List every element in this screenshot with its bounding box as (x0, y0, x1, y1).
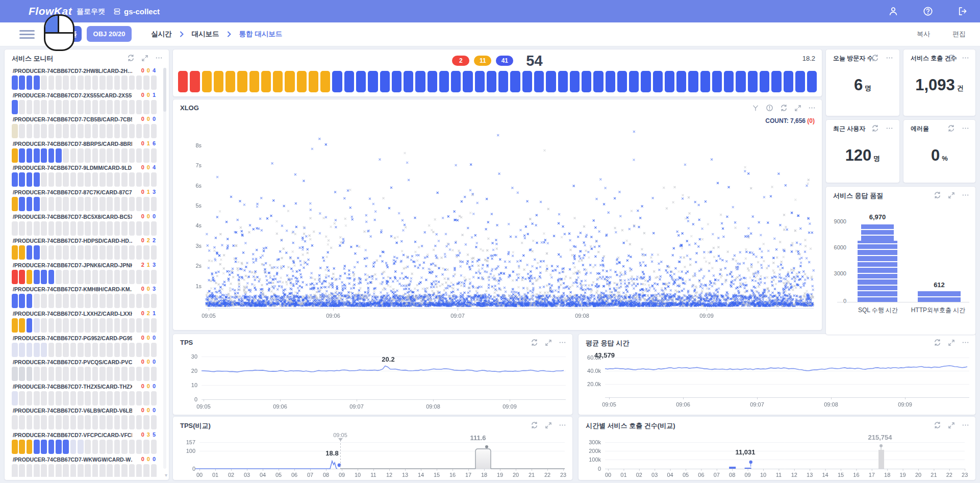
hourly-calls-chart[interactable] (583, 430, 971, 478)
status-block[interactable] (356, 71, 366, 92)
status-block[interactable] (332, 71, 342, 92)
more-icon[interactable] (559, 421, 566, 429)
status-block[interactable] (771, 71, 781, 92)
status-block[interactable] (498, 71, 508, 92)
status-block[interactable] (475, 71, 485, 92)
refresh-icon[interactable] (531, 421, 538, 429)
status-block[interactable] (510, 71, 520, 92)
status-block[interactable] (463, 71, 472, 92)
avg-response-line-chart[interactable] (583, 349, 971, 412)
user-icon[interactable] (888, 6, 898, 16)
status-block[interactable] (688, 71, 698, 92)
status-badge[interactable]: 2 (452, 56, 469, 66)
breadcrumb-current[interactable]: 통합 대시보드 (239, 30, 283, 39)
more-icon[interactable] (886, 124, 893, 132)
scroll-down-icon[interactable]: ▾ (165, 472, 167, 478)
status-block[interactable] (380, 71, 390, 92)
service-item[interactable]: /PRODUCER-74CBB67CD7-2XS55/CARD-2XS55001 (10, 91, 161, 116)
refresh-icon[interactable] (127, 54, 135, 62)
refresh-icon[interactable] (934, 191, 941, 199)
status-block[interactable] (736, 71, 745, 92)
status-block[interactable] (285, 71, 294, 92)
expand-icon[interactable] (948, 192, 955, 199)
tps-compare-chart[interactable] (177, 430, 568, 478)
status-block[interactable] (653, 71, 663, 92)
expand-icon[interactable] (545, 422, 552, 429)
breadcrumb-dashboard[interactable]: 대시보드 (192, 30, 219, 39)
filter-icon[interactable] (752, 105, 759, 112)
more-icon[interactable] (962, 339, 969, 346)
refresh-icon[interactable] (871, 124, 879, 132)
status-block[interactable] (190, 71, 199, 92)
status-block[interactable] (712, 71, 722, 92)
status-block[interactable] (522, 71, 532, 92)
status-badge[interactable]: 41 (496, 56, 513, 66)
status-block[interactable] (606, 71, 615, 92)
expand-icon[interactable] (948, 422, 955, 429)
expand-icon[interactable] (545, 339, 552, 346)
refresh-icon[interactable] (934, 339, 941, 346)
project-selector[interactable]: gs-collect (113, 0, 160, 22)
status-block[interactable] (428, 71, 437, 92)
status-block[interactable] (451, 71, 461, 92)
more-icon[interactable] (155, 54, 163, 62)
status-block[interactable] (368, 71, 378, 92)
scrollbar[interactable] (163, 68, 166, 469)
status-block[interactable] (676, 71, 686, 92)
status-block[interactable] (249, 71, 259, 92)
status-block[interactable] (617, 71, 627, 92)
status-block[interactable] (724, 71, 734, 92)
service-item[interactable]: /PRODUCER-74CBB67CD7-JPNK6/CARD-JPNK6213 (10, 261, 161, 286)
service-item[interactable]: /PRODUCER-74CBB67CD7-V6LB9/CARD-V6LB9000 (10, 406, 161, 431)
service-item[interactable]: /PRODUCER-74CBB67CD7-KMH8H/CARD-KM…003 (10, 285, 161, 310)
status-block[interactable] (807, 71, 817, 92)
status-block[interactable] (309, 71, 318, 92)
more-icon[interactable] (962, 421, 969, 429)
service-item[interactable]: /PRODUCER-74CBB67CD7-VFCPC/CARD-VFCPC035 (10, 431, 161, 455)
xlog-scatter-chart[interactable] (178, 127, 817, 326)
status-block[interactable] (784, 71, 793, 92)
service-item[interactable]: /PRODUCER-74CBB67CD7-9LDMM/CARD-9LD…004 (10, 164, 161, 188)
expand-icon[interactable] (948, 339, 955, 346)
status-block[interactable] (439, 71, 449, 92)
status-block[interactable] (795, 71, 805, 92)
status-block[interactable] (297, 71, 307, 92)
refresh-icon[interactable] (947, 124, 955, 132)
service-item[interactable]: /PRODUCER-74CBB67CD7-THZX5/CARD-THZX5000 (10, 383, 161, 407)
service-item[interactable]: /PRODUCER-74CBB67CD7-LXXHZ/CARD-LXXHZ021 (10, 310, 161, 334)
edit-button[interactable]: 편집 (952, 30, 966, 39)
logout-icon[interactable] (958, 6, 968, 16)
status-block[interactable] (700, 71, 710, 92)
service-item[interactable]: /PRODUCER-74CBB67CD7-7CB5B/CARD-7CB5B000 (10, 115, 161, 140)
refresh-icon[interactable] (871, 54, 879, 62)
expand-icon[interactable] (141, 55, 148, 62)
status-block[interactable] (546, 71, 556, 92)
refresh-icon[interactable] (934, 421, 941, 429)
status-block[interactable] (392, 71, 401, 92)
more-icon[interactable] (886, 54, 893, 62)
status-block[interactable] (629, 71, 639, 92)
service-item[interactable]: /PRODUCER-74CBB67CD7-BC5X8/CARD-BC5X8000 (10, 213, 161, 237)
status-block[interactable] (534, 71, 544, 92)
status-block[interactable] (404, 71, 413, 92)
status-block[interactable] (415, 71, 425, 92)
help-icon[interactable] (923, 6, 933, 16)
refresh-icon[interactable] (780, 104, 788, 112)
status-block[interactable] (225, 71, 235, 92)
service-item[interactable]: /PRODUCER-74CBB67CD7-PVCQS/CARD-PVC…000 (10, 358, 161, 383)
service-item[interactable]: /PRODUCER-74CBB67CD7-WKWGW/CARD-W…000 (10, 455, 161, 477)
status-block[interactable] (202, 71, 212, 92)
service-item[interactable]: /PRODUCER-74CBB67CD7-87C7K/CARD-87C7K013 (10, 188, 161, 213)
sql-bar-top[interactable] (861, 223, 894, 241)
menu-toggle-button[interactable] (19, 30, 35, 39)
status-block[interactable] (641, 71, 650, 92)
status-block[interactable] (320, 71, 330, 92)
more-icon[interactable] (559, 339, 566, 346)
status-block[interactable] (570, 71, 580, 92)
status-block[interactable] (237, 71, 247, 92)
http-bar[interactable] (918, 291, 961, 302)
status-block[interactable] (582, 71, 591, 92)
status-badge[interactable]: 11 (474, 56, 491, 66)
more-icon[interactable] (962, 54, 969, 62)
status-block[interactable] (593, 71, 603, 92)
